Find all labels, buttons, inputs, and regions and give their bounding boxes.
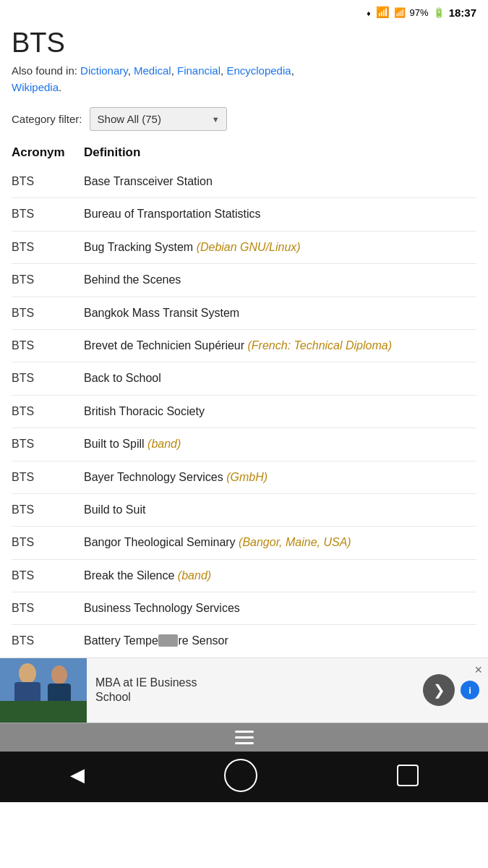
table-row[interactable]: BTS Built to Spill (band) — [12, 428, 476, 461]
back-button[interactable]: ◀ — [70, 764, 85, 786]
ad-info-button[interactable]: i — [461, 681, 479, 699]
row-acronym: BTS — [12, 502, 84, 516]
row-acronym: BTS — [12, 535, 84, 549]
row-acronym: BTS — [12, 239, 84, 254]
ad-banner: MBA at IE Business School ❯ i × — [0, 658, 488, 723]
link-dictionary[interactable]: Dictionary — [80, 64, 128, 77]
link-encyclopedia[interactable]: Encyclopedia — [226, 64, 291, 77]
hamburger-line-2 — [235, 736, 254, 739]
chevron-right-icon: ❯ — [433, 683, 445, 697]
table-body: BTS Base Transceiver Station BTS Bureau … — [12, 166, 476, 658]
table-row[interactable]: BTS Bangor Theological Seminary (Bangor,… — [12, 527, 476, 559]
table-row[interactable]: BTS British Thoracic Society — [12, 396, 476, 428]
table-row[interactable]: BTS Base Transceiver Station — [12, 166, 476, 198]
link-financial[interactable]: Financial — [177, 64, 221, 77]
row-acronym: BTS — [12, 338, 84, 352]
recent-button[interactable] — [397, 765, 419, 786]
wifi-icon: 📶 — [376, 6, 390, 19]
qualifier: (GmbH) — [226, 471, 267, 483]
ad-image — [0, 658, 87, 723]
table-row[interactable]: BTS Break the Silence (band) — [12, 560, 476, 592]
svg-rect-5 — [0, 701, 87, 723]
hamburger-line-3 — [235, 742, 254, 744]
status-icons: ⬧ 📶 📶 97% 🔋 18:37 — [366, 6, 476, 19]
row-definition: Bureau of Transportation Statistics — [84, 206, 476, 222]
row-definition: Bangkok Mass Transit System — [84, 305, 476, 321]
table-row[interactable]: BTS Battery Temperature Sensor — [12, 625, 476, 657]
ad-title: MBA at IE Business School — [95, 676, 414, 706]
ad-content: MBA at IE Business School — [87, 668, 423, 713]
table-row[interactable]: BTS Bug Tracking System (Debian GNU/Linu… — [12, 231, 476, 264]
also-found-section: Also found in: Dictionary, Medical, Fina… — [12, 63, 476, 95]
row-acronym: BTS — [12, 206, 84, 221]
navigation-bar: ◀ — [0, 752, 488, 802]
info-icon: i — [468, 685, 471, 696]
ad-next-button[interactable]: ❯ — [423, 674, 455, 706]
row-definition: Battery Temperature Sensor — [84, 633, 476, 649]
row-definition: Business Technology Services — [84, 600, 476, 616]
page-title: BTS — [12, 27, 476, 59]
table-row[interactable]: BTS Back to School — [12, 362, 476, 395]
battery-percent: 97% — [410, 7, 429, 18]
ad-close-button[interactable]: × — [474, 663, 482, 678]
table-header: Acronym Definition — [12, 142, 476, 166]
row-acronym: BTS — [12, 404, 84, 418]
table-row[interactable]: BTS Bangkok Mass Transit System — [12, 297, 476, 330]
also-found-prefix: Also found in: — [12, 64, 80, 77]
svg-point-3 — [51, 665, 67, 684]
recent-icon — [397, 765, 419, 786]
row-definition: Bangor Theological Seminary (Bangor, Mai… — [84, 535, 476, 550]
back-icon: ◀ — [70, 764, 85, 786]
ad-people-image — [0, 658, 87, 723]
table-row[interactable]: BTS Build to Suit — [12, 494, 476, 527]
link-wikipedia[interactable]: Wikipedia — [12, 81, 59, 93]
row-acronym: BTS — [12, 633, 84, 647]
row-definition: Built to Spill (band) — [84, 436, 476, 452]
qualifier: (Bangor, Maine, USA) — [239, 536, 351, 548]
table-row[interactable]: BTS Bureau of Transportation Statistics — [12, 198, 476, 231]
row-acronym: BTS — [12, 272, 84, 286]
link-medical[interactable]: Medical — [134, 64, 171, 77]
row-definition: Break the Silence (band) — [84, 568, 476, 584]
row-acronym: BTS — [12, 370, 84, 385]
row-definition: Bayer Technology Services (GmbH) — [84, 469, 476, 485]
row-acronym: BTS — [12, 174, 84, 188]
home-icon — [224, 759, 257, 792]
row-acronym: BTS — [12, 600, 84, 615]
home-button[interactable] — [224, 759, 257, 792]
category-select-wrapper[interactable]: Show All (75) Computing Medical Military… — [90, 107, 227, 131]
obscured-text: ratu — [158, 634, 179, 647]
qualifier: (band) — [147, 438, 181, 450]
download-icon: ⬧ — [366, 7, 372, 18]
main-content: BTS Also found in: Dictionary, Medical, … — [0, 22, 488, 658]
hamburger-bar — [0, 723, 488, 752]
ad-svg — [0, 658, 87, 723]
category-filter-label: Category filter: — [12, 113, 82, 125]
table-row[interactable]: BTS Behind the Scenes — [12, 264, 476, 297]
row-acronym: BTS — [12, 568, 84, 582]
table-row[interactable]: BTS Business Technology Services — [12, 592, 476, 625]
signal-icon: 📶 — [394, 7, 406, 18]
status-bar: ⬧ 📶 📶 97% 🔋 18:37 — [0, 0, 488, 22]
row-definition: Behind the Scenes — [84, 272, 476, 288]
row-acronym: BTS — [12, 305, 84, 320]
table-row[interactable]: BTS Brevet de Technicien Supérieur (Fren… — [12, 330, 476, 362]
row-acronym: BTS — [12, 469, 84, 484]
row-definition: Brevet de Technicien Supérieur (French: … — [84, 338, 476, 354]
status-time: 18:37 — [449, 7, 476, 19]
qualifier: (Debian GNU/Linux) — [197, 241, 301, 253]
hamburger-line-1 — [235, 731, 254, 733]
battery-icon: 🔋 — [433, 7, 445, 18]
category-select[interactable]: Show All (75) Computing Medical Military… — [90, 107, 227, 131]
row-definition: British Thoracic Society — [84, 404, 476, 420]
hamburger-menu[interactable] — [235, 731, 254, 744]
category-filter-row: Category filter: Show All (75) Computing… — [12, 107, 476, 131]
row-definition: Base Transceiver Station — [84, 174, 476, 190]
svg-point-1 — [19, 663, 36, 684]
row-acronym: BTS — [12, 436, 84, 451]
qualifier: (French: Technical Diploma) — [248, 339, 392, 352]
header-definition: Definition — [84, 145, 476, 160]
table-row[interactable]: BTS Bayer Technology Services (GmbH) — [12, 461, 476, 494]
header-acronym: Acronym — [12, 145, 84, 160]
row-definition: Back to School — [84, 370, 476, 386]
